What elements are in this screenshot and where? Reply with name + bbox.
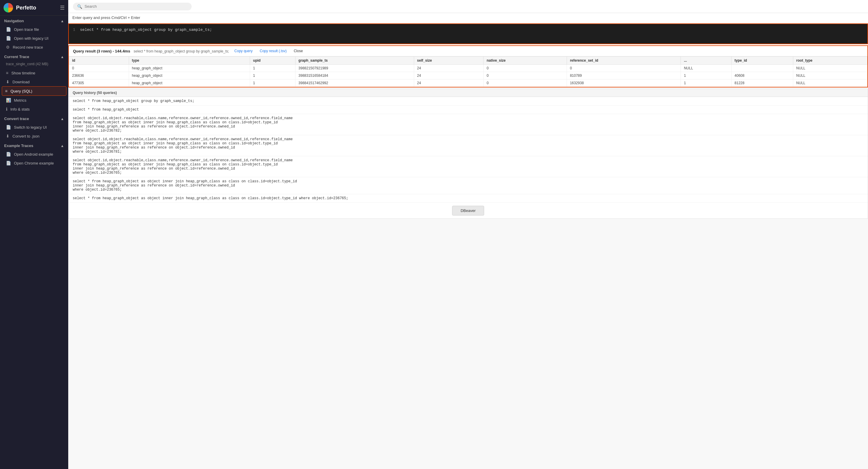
- table-cell: 1632938: [567, 79, 681, 87]
- navigation-chevron: ▲: [61, 19, 64, 23]
- history-item[interactable]: select * from heap_graph_object as objec…: [68, 177, 868, 194]
- sidebar-item-record-trace[interactable]: ⚙ Record new trace: [0, 43, 68, 52]
- current-trace-section[interactable]: Current Trace ▲: [0, 52, 68, 61]
- convert-trace-chevron: ▲: [61, 117, 64, 121]
- table-cell: 398831516584184: [296, 72, 414, 79]
- sidebar-item-open-legacy[interactable]: 📄 Open with legacy UI: [0, 34, 68, 43]
- result-title-main: Query result (3 rows) - 144.4ms: [73, 49, 130, 53]
- sidebar-item-open-trace[interactable]: 📄 Open trace file: [0, 25, 68, 34]
- trace-name: trace_single_conti (42 MB): [0, 61, 68, 68]
- sidebar-item-label: Open with legacy UI: [14, 36, 49, 41]
- sidebar-item-label: Record new trace: [13, 45, 43, 49]
- sidebar-item-label: Query (SQL): [10, 89, 32, 93]
- sidebar-item-show-timeline[interactable]: ≡ Show timeline: [0, 68, 68, 77]
- sidebar-item-label: Open Chrome example: [14, 161, 54, 165]
- copy-result-button[interactable]: Copy result (.tsv): [258, 48, 288, 54]
- history-item[interactable]: select * from heap_graph_object group by…: [68, 97, 868, 105]
- sql-editor[interactable]: 1select * from heap_graph_object group b…: [68, 24, 868, 44]
- query-icon: ≡: [5, 89, 7, 93]
- table-cell: heap_graph_object: [129, 72, 250, 79]
- table-cell: 0: [484, 65, 567, 72]
- sidebar-item-convert-json[interactable]: ⬇ Convert to .json: [0, 132, 68, 140]
- file-icon: 📄: [6, 27, 11, 32]
- table-column-header: id: [69, 57, 129, 65]
- info-icon: ℹ: [6, 107, 7, 111]
- gear-icon: ⚙: [6, 45, 10, 49]
- sql-query-text: select * from heap_graph_object group by…: [80, 28, 212, 32]
- table-cell: 398841517462992: [296, 79, 414, 87]
- history-item[interactable]: select object.id,object.reachable,class.…: [68, 156, 868, 177]
- history-item[interactable]: select object.id,object.reachable,class.…: [68, 114, 868, 135]
- table-cell: 24: [414, 79, 484, 87]
- sidebar-item-query-sql[interactable]: ≡ Query (SQL): [2, 86, 66, 96]
- history-panel: Query history (50 queries) select * from…: [68, 89, 868, 219]
- table-cell: NULL: [793, 79, 867, 87]
- table-body: 0heap_graph_object13988215079219892400NU…: [69, 65, 867, 87]
- table-cell: 1: [681, 79, 732, 87]
- sidebar: Perfetto ☰ Navigation ▲ 📄 Open trace fil…: [0, 0, 68, 469]
- search-input[interactable]: [85, 4, 187, 9]
- table-row[interactable]: 0heap_graph_object13988215079219892400NU…: [69, 65, 867, 72]
- table-cell: 236636: [69, 72, 129, 79]
- navigation-section[interactable]: Navigation ▲: [0, 16, 68, 25]
- table-column-header: graph_sample_ts: [296, 57, 414, 65]
- copy-query-button[interactable]: Copy query: [232, 48, 254, 54]
- sidebar-item-label: Open Android example: [14, 152, 53, 157]
- line-number: 1: [73, 28, 75, 32]
- sidebar-item-switch-legacy[interactable]: 📄 Switch to legacy UI: [0, 123, 68, 132]
- history-item[interactable]: select * from heap_graph_object: [68, 105, 868, 114]
- sidebar-item-metrics[interactable]: 📊 Metrics: [0, 96, 68, 105]
- content-area: Enter query and press Cmd/Ctrl + Enter 1…: [68, 13, 868, 469]
- current-trace-label: Current Trace: [4, 55, 29, 59]
- table-cell: 477305: [69, 79, 129, 87]
- table-header-row: idtypeupidgraph_sample_tsself_sizenative…: [69, 57, 867, 65]
- convert-trace-section[interactable]: Convert trace ▲: [0, 113, 68, 123]
- sidebar-item-label: Info & stats: [10, 107, 30, 111]
- file-icon: 📄: [6, 36, 11, 41]
- sidebar-item-open-chrome[interactable]: 📄 Open Chrome example: [0, 159, 68, 168]
- download-icon: ⬇: [6, 79, 9, 84]
- metrics-icon: 📊: [6, 98, 11, 103]
- android-icon: 📄: [6, 152, 11, 157]
- example-traces-section[interactable]: Example Traces ▲: [0, 140, 68, 150]
- timeline-icon: ≡: [6, 71, 8, 75]
- table-column-header: root_type: [793, 57, 867, 65]
- table-cell: 24: [414, 65, 484, 72]
- result-table-container: idtypeupidgraph_sample_tsself_sizenative…: [69, 56, 867, 87]
- example-traces-chevron: ▲: [61, 144, 64, 148]
- table-row[interactable]: 236636heap_graph_object13988315165841842…: [69, 72, 867, 79]
- table-cell: 810789: [567, 72, 681, 79]
- history-header: Query history (50 queries): [68, 89, 868, 97]
- sidebar-item-open-android[interactable]: 📄 Open Android example: [0, 150, 68, 159]
- search-icon: 🔍: [77, 4, 82, 9]
- search-box[interactable]: 🔍: [73, 3, 192, 10]
- sidebar-item-label: Metrics: [14, 98, 26, 103]
- table-row[interactable]: 477305heap_graph_object13988415174629922…: [69, 79, 867, 87]
- chrome-icon: 📄: [6, 161, 11, 165]
- main-panel: 🔍 Enter query and press Cmd/Ctrl + Enter…: [68, 0, 868, 469]
- table-cell: 81228: [732, 79, 793, 87]
- sidebar-item-info[interactable]: ℹ Info & stats: [0, 105, 68, 113]
- sidebar-item-download[interactable]: ⬇ Download: [0, 77, 68, 86]
- menu-icon[interactable]: ☰: [60, 4, 65, 11]
- table-cell: 0: [567, 65, 681, 72]
- close-result-button[interactable]: Close: [292, 48, 305, 54]
- sidebar-header: Perfetto ☰: [0, 0, 68, 16]
- table-column-header: upid: [250, 57, 296, 65]
- sidebar-item-label: Download: [12, 80, 30, 84]
- result-table: idtypeupidgraph_sample_tsself_sizenative…: [69, 56, 867, 87]
- navigation-label: Navigation: [4, 19, 24, 23]
- history-item[interactable]: select object.id,object.reachable,class.…: [68, 135, 868, 156]
- example-traces-label: Example Traces: [4, 143, 33, 148]
- history-item[interactable]: select * from heap_graph_object as objec…: [68, 194, 868, 203]
- table-cell: 0: [69, 65, 129, 72]
- switch-icon: 📄: [6, 125, 11, 130]
- table-cell: 24: [414, 72, 484, 79]
- sidebar-item-label: Convert to .json: [12, 134, 39, 138]
- table-column-header: self_size: [414, 57, 484, 65]
- app-title: Perfetto: [16, 5, 36, 11]
- app-logo: [4, 3, 13, 12]
- query-hint: Enter query and press Cmd/Ctrl + Enter: [68, 13, 868, 22]
- dbeaver-button[interactable]: DBeaver: [452, 206, 485, 215]
- convert-icon: ⬇: [6, 134, 9, 138]
